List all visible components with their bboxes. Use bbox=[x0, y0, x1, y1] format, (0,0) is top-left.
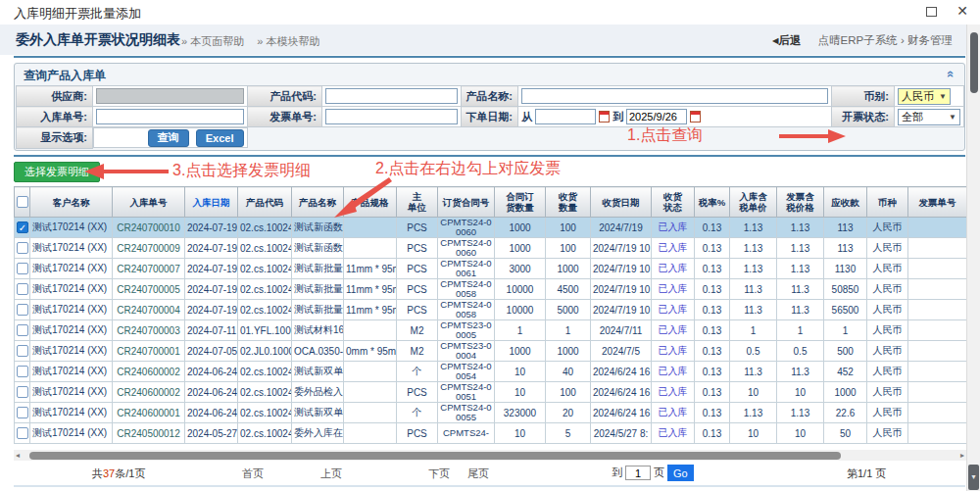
cell-col14: 1.13 bbox=[777, 259, 824, 279]
row-checkbox[interactable] bbox=[17, 324, 28, 336]
row-checkbox[interactable] bbox=[17, 283, 28, 295]
cell-col11[interactable]: 已入库 bbox=[652, 218, 695, 238]
cell-col3: 02.cs.100245 bbox=[238, 423, 292, 444]
column-header-2[interactable]: 入库日期 bbox=[185, 187, 238, 218]
row-checkbox[interactable] bbox=[17, 366, 28, 377]
excel-export-button[interactable]: Excel bbox=[196, 129, 244, 147]
supplier-label: 供应商: bbox=[17, 86, 93, 107]
cell-col2: 2024-05-27 bbox=[185, 423, 238, 444]
calendar-icon[interactable] bbox=[599, 111, 610, 123]
cell-col11[interactable]: 已入库 bbox=[652, 341, 695, 362]
first-page-link[interactable]: 首页 bbox=[242, 467, 264, 479]
cell-col13: 1 bbox=[730, 320, 777, 341]
cell-col1: CR240700009 bbox=[113, 238, 185, 259]
prev-page-link[interactable]: 上页 bbox=[320, 467, 342, 479]
page-help-link[interactable]: » 本页面帮助 bbox=[181, 35, 244, 47]
breadcrumb-module[interactable]: 财务管理 bbox=[907, 34, 953, 46]
invoice-no-input[interactable] bbox=[325, 109, 458, 124]
cell-col12: 0.13 bbox=[695, 300, 730, 320]
maximize-icon[interactable] bbox=[926, 7, 937, 17]
row-checkbox[interactable] bbox=[17, 407, 28, 418]
order-date-range: 从 到 bbox=[521, 109, 828, 124]
cell-col11[interactable]: 已入库 bbox=[652, 300, 695, 320]
row-checkbox[interactable] bbox=[17, 386, 28, 398]
cell-col17 bbox=[908, 341, 967, 362]
scroll-left-icon[interactable]: ◂ bbox=[16, 451, 20, 460]
cell-col16: 人民币 bbox=[867, 341, 908, 362]
grid-header-row: 客户名称入库单号入库日期产品代码产品名称产品规格主 单位订货合同号合同订 货数量… bbox=[15, 187, 967, 218]
cell-col3: 01.YFL.10000 bbox=[238, 320, 292, 341]
cell-col13: 1.13 bbox=[730, 218, 777, 238]
currency-label: 币别: bbox=[832, 86, 895, 107]
breadcrumb: ◂后退 点晴ERP子系统 › 财务管理 bbox=[773, 33, 953, 48]
cell-col11[interactable]: 已入库 bbox=[652, 382, 695, 403]
product-code-input[interactable] bbox=[325, 88, 458, 104]
cell-col6: M2 bbox=[397, 320, 438, 341]
cell-col4: 测试新批量领 bbox=[292, 279, 344, 300]
next-page-link[interactable]: 下页 bbox=[428, 467, 450, 479]
row-checkbox[interactable] bbox=[17, 304, 28, 316]
row-checkbox[interactable] bbox=[17, 242, 28, 254]
select-all-checkbox[interactable] bbox=[17, 196, 28, 208]
cell-col1: CR240700001 bbox=[113, 341, 185, 362]
goto-page-input[interactable] bbox=[625, 466, 651, 480]
cell-col1: CR240500012 bbox=[113, 423, 185, 444]
back-link[interactable]: ◂后退 bbox=[773, 34, 802, 46]
module-help-link[interactable]: » 本模块帮助 bbox=[257, 35, 319, 47]
cell-col11[interactable]: 已入库 bbox=[652, 320, 695, 341]
breadcrumb-system[interactable]: 点晴ERP子系统 bbox=[818, 34, 898, 46]
currency-select[interactable]: 人民币▼ bbox=[898, 88, 951, 105]
cell-col14: 1.13 bbox=[777, 238, 824, 259]
column-header-11: 收货 状态 bbox=[652, 187, 695, 218]
cell-col14: 1.13 bbox=[777, 403, 824, 423]
scroll-down-icon[interactable]: ▾ bbox=[968, 465, 979, 490]
date-from-input[interactable] bbox=[535, 109, 596, 124]
cell-col3: 02.JL0.10000 bbox=[238, 341, 292, 362]
last-page-link[interactable]: 尾页 bbox=[467, 467, 489, 479]
product-name-input[interactable] bbox=[521, 88, 828, 104]
inbound-no-input[interactable] bbox=[96, 109, 244, 124]
cell-col11[interactable]: 已入库 bbox=[652, 423, 695, 444]
go-button[interactable]: Go bbox=[667, 465, 694, 481]
column-header-9: 收货 数量 bbox=[546, 187, 591, 218]
row-checkbox[interactable] bbox=[17, 345, 28, 357]
window-titlebar: 入库明细开票批量添加 ✕ bbox=[0, 0, 980, 25]
date-to-input[interactable] bbox=[626, 109, 687, 124]
cell-col14: 1 bbox=[777, 320, 824, 341]
cell-col1: CR240600002 bbox=[113, 382, 185, 403]
row-checkbox[interactable] bbox=[17, 427, 28, 439]
search-button[interactable]: 查询 bbox=[148, 129, 189, 147]
cell-col10: 2024/6/24 16 bbox=[591, 382, 652, 403]
cell-col11[interactable]: 已入库 bbox=[652, 403, 695, 423]
select-all-header bbox=[15, 187, 30, 218]
cell-col16: 人民币 bbox=[867, 279, 908, 300]
cell-col10: 2024/7/19 10 bbox=[591, 238, 652, 259]
cell-col8: 1000 bbox=[495, 341, 546, 362]
vertical-scrollbar-thumb[interactable] bbox=[970, 32, 978, 93]
cell-col13: 1.13 bbox=[730, 403, 777, 423]
row-checkbox[interactable] bbox=[17, 263, 28, 274]
record-count: 共37条/1页 bbox=[92, 466, 145, 481]
calendar-icon[interactable] bbox=[690, 111, 701, 123]
cell-col11[interactable]: 已入库 bbox=[652, 238, 695, 259]
scroll-right-icon[interactable]: ▸ bbox=[960, 451, 964, 460]
goto-page-group: 到 页 Go bbox=[612, 465, 694, 481]
cell-col10: 2024/7/5 bbox=[591, 341, 652, 362]
cell-col3: 02.cs.100244 bbox=[238, 362, 292, 382]
cell-col5 bbox=[344, 362, 397, 382]
row-checkbox[interactable]: ✓ bbox=[17, 221, 28, 233]
close-icon[interactable]: ✕ bbox=[956, 3, 968, 19]
cell-col11[interactable]: 已入库 bbox=[652, 259, 695, 279]
supplier-input[interactable] bbox=[96, 88, 244, 104]
cell-col6: PCS bbox=[397, 279, 438, 300]
cell-col13: 10 bbox=[730, 423, 777, 444]
cell-col6: PCS bbox=[397, 423, 438, 444]
cell-col3: 02.cs.100246 bbox=[238, 300, 292, 320]
cell-col1: CR240700010 bbox=[113, 218, 185, 238]
invoice-status-select[interactable]: 全部▼ bbox=[898, 109, 960, 125]
horizontal-scrollbar-thumb[interactable] bbox=[29, 452, 841, 460]
cell-col11[interactable]: 已入库 bbox=[652, 279, 695, 300]
collapse-panel-icon[interactable]: « bbox=[944, 71, 958, 77]
cell-col9: 100 bbox=[546, 238, 591, 259]
cell-col11[interactable]: 已入库 bbox=[652, 362, 695, 382]
